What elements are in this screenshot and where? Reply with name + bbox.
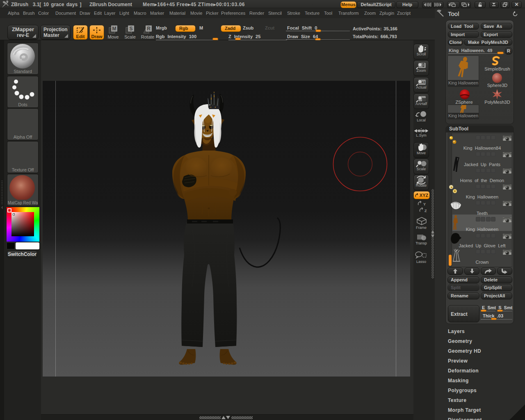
svg-text:x1: x1 bbox=[422, 80, 426, 84]
svg-text:Y: Y bbox=[423, 202, 426, 206]
svg-text:M: M bbox=[112, 26, 116, 32]
svg-text:R: R bbox=[147, 26, 151, 32]
svg-text:S: S bbox=[129, 26, 132, 32]
svg-text:Z: Z bbox=[425, 209, 427, 213]
